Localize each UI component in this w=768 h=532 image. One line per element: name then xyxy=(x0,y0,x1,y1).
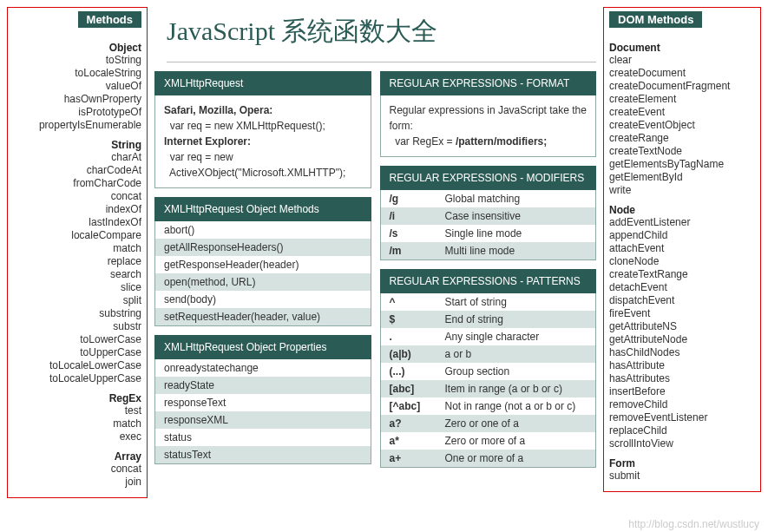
section-item: lastIndexOf xyxy=(13,216,141,229)
section-title: Array xyxy=(13,450,141,463)
list-item: send(body) xyxy=(155,291,371,308)
list-item: open(method, URL) xyxy=(155,273,371,291)
section-item: hasAttribute xyxy=(609,359,755,372)
section-item: getElementsByTagName xyxy=(609,158,755,171)
xhr-methods-list: abort()getAllResponseHeaders()getRespons… xyxy=(154,221,371,326)
table-row: (...)Group section xyxy=(381,363,596,380)
xhr-props-list: onreadystatechangereadyStateresponseText… xyxy=(154,359,371,464)
table-row: /mMulti line mode xyxy=(381,242,596,259)
section-item: toLocaleLowerCase xyxy=(13,359,141,372)
pattern-value: Not in range (not a or b or c) xyxy=(445,400,587,412)
section-item: createElement xyxy=(609,93,755,106)
section-item: replaceChild xyxy=(609,424,755,437)
section-item: concat xyxy=(13,463,141,476)
column-regex: REGULAR EXPRESSIONS - FORMAT Regular exp… xyxy=(380,71,597,468)
section-item: createTextRange xyxy=(609,268,755,281)
list-item: status xyxy=(155,429,371,446)
pattern-key: /m xyxy=(390,245,445,257)
table-row: .Any single character xyxy=(381,328,596,345)
table-row: (a|b)a or b xyxy=(381,345,596,363)
pattern-key: (...) xyxy=(390,365,445,378)
section-item: toLowerCase xyxy=(13,333,141,346)
page-title: JavaScript 系统函数大全 xyxy=(167,14,596,62)
pattern-value: a or b xyxy=(445,348,587,360)
section-item: valueOf xyxy=(13,80,141,93)
regex-format-line2: var RegEx = /pattern/modifiers; xyxy=(390,134,587,149)
section-item: match xyxy=(13,242,141,255)
regex-format-line1: Regular expressions in JavaScript take t… xyxy=(390,102,587,134)
section-title: Node xyxy=(609,204,755,216)
section-item: propertyIsEnumerable xyxy=(13,119,141,132)
section-item: getAttributeNode xyxy=(609,333,755,346)
pattern-key: /i xyxy=(390,210,445,222)
pattern-key: ^ xyxy=(390,296,445,308)
pattern-key: a* xyxy=(390,435,445,447)
pattern-value: Zero or more of a xyxy=(445,435,587,447)
pattern-value: Zero or one of a xyxy=(445,417,587,430)
section-item: createEvent xyxy=(609,106,755,119)
pattern-value: Item in range (a or b or c) xyxy=(445,383,587,395)
section-item: split xyxy=(13,294,141,307)
pattern-key: $ xyxy=(390,313,445,325)
section-item: createEventObject xyxy=(609,119,755,132)
main-content: JavaScript 系统函数大全 XMLHttpRequest Safari,… xyxy=(154,7,596,468)
section-item: test xyxy=(13,404,141,417)
pattern-key: a+ xyxy=(390,452,445,464)
table-row: a*Zero or more of a xyxy=(381,432,596,450)
list-item: responseText xyxy=(155,394,371,411)
code-line: var req = new XMLHttpRequest(); xyxy=(164,118,362,134)
list-item: getResponseHeader(header) xyxy=(155,256,371,273)
table-row: /sSingle line mode xyxy=(381,225,596,242)
code-line: Internet Explorer: xyxy=(164,134,362,149)
section-item: createDocumentFragment xyxy=(609,80,755,93)
section-item: addEventListener xyxy=(609,216,755,229)
section-item: cloneNode xyxy=(609,255,755,268)
section-title: String xyxy=(13,139,141,151)
regex-modifiers-header: REGULAR EXPRESSIONS - MODIFIERS xyxy=(380,166,597,190)
pattern-key: /s xyxy=(390,227,445,240)
section-item: toString xyxy=(13,54,141,67)
section-item: search xyxy=(13,268,141,281)
table-row: [^abc]Not in range (not a or b or c) xyxy=(381,397,596,415)
pattern-key: (a|b) xyxy=(390,348,445,360)
pattern-key: [^abc] xyxy=(390,400,445,412)
section-item: substring xyxy=(13,307,141,320)
section-item: removeEventListener xyxy=(609,411,755,424)
section-item: slice xyxy=(13,281,141,294)
section-item: write xyxy=(609,184,755,197)
section-item: hasChildNodes xyxy=(609,346,755,359)
section-item: match xyxy=(13,417,141,430)
table-row: ^Start of string xyxy=(381,293,596,311)
sidebar-methods-header: Methods xyxy=(78,11,141,28)
section-item: detachEvent xyxy=(609,281,755,294)
xhr-props-header: XMLHttpRequest Object Properties xyxy=(154,335,371,359)
pattern-value: Group section xyxy=(445,365,587,378)
section-item: createDocument xyxy=(609,67,755,80)
section-item: clear xyxy=(609,54,755,67)
section-title: Document xyxy=(609,42,755,54)
section-item: scrollIntoView xyxy=(609,437,755,450)
list-item: setRequestHeader(header, value) xyxy=(155,308,371,325)
pattern-value: Multi line mode xyxy=(445,245,587,257)
sidebar-methods: Methods ObjecttoStringtoLocaleStringvalu… xyxy=(7,7,148,498)
pattern-key: a? xyxy=(390,417,445,430)
section-item: toUpperCase xyxy=(13,346,141,359)
regex-format-body: Regular expressions in JavaScript take t… xyxy=(380,95,597,157)
section-item: appendChild xyxy=(609,229,755,242)
list-item: responseXML xyxy=(155,411,371,429)
section-item: hasOwnProperty xyxy=(13,93,141,106)
pattern-value: Case insensitive xyxy=(445,210,587,222)
section-item: charAt xyxy=(13,151,141,164)
page-layout: Methods ObjecttoStringtoLocaleStringvalu… xyxy=(7,7,761,498)
table-row: $End of string xyxy=(381,311,596,328)
section-item: fireEvent xyxy=(609,307,755,320)
sidebar-dom-methods: DOM Methods DocumentclearcreateDocumentc… xyxy=(603,7,761,492)
section-item: removeChild xyxy=(609,398,755,411)
table-row: a?Zero or one of a xyxy=(381,415,596,432)
list-item: readyState xyxy=(155,377,371,394)
list-item: statusText xyxy=(155,446,371,463)
pattern-value: Start of string xyxy=(445,296,587,308)
table-row: /iCase insensitive xyxy=(381,207,596,225)
pattern-value: Global matching xyxy=(445,193,587,205)
section-item: hasAttributes xyxy=(609,372,755,385)
